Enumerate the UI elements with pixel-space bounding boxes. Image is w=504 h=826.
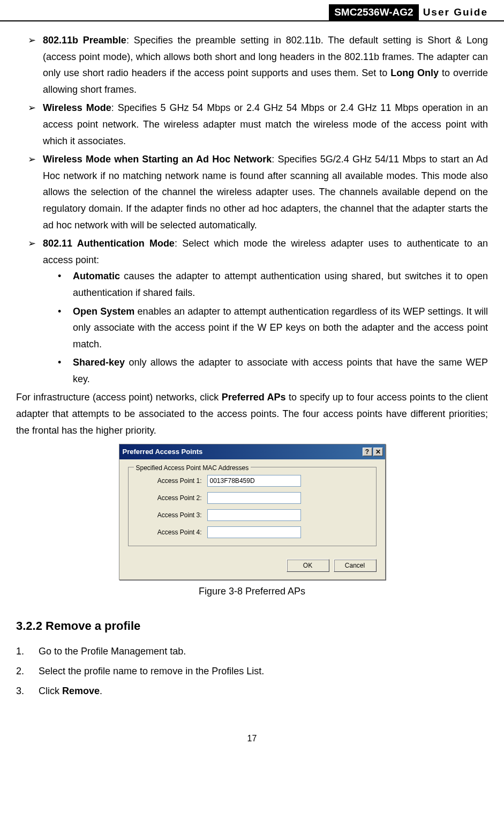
groupbox-label: Specified Access Point MAC Addresses	[134, 463, 251, 473]
paragraph-preferred-aps: For infrastructure (access point) networ…	[16, 389, 488, 438]
step-text-c: .	[100, 686, 102, 696]
sub-term: Automatic	[73, 271, 120, 281]
page-number: 17	[16, 731, 488, 746]
step-text: Select the profile name to remove in the…	[39, 666, 264, 676]
guide-title: User Guide	[419, 6, 488, 18]
bullet-text: : Specifies 5G/2.4 GHz 54/11 Mbps to sta…	[43, 154, 488, 230]
step-text-a: Click	[39, 686, 62, 696]
page-content: 802.11b Preamble: Specifies the preamble…	[0, 32, 504, 746]
titlebar-buttons: ? ✕	[363, 448, 383, 456]
bullet-adhoc: Wireless Mode when Starting an Ad Hoc Ne…	[28, 151, 488, 233]
cancel-button[interactable]: Cancel	[334, 559, 377, 572]
sub-text: enables an adapter to attempt authentica…	[73, 306, 488, 349]
para-bold: Preferred APs	[222, 392, 286, 403]
section-heading: 3.2.2 Remove a profile	[16, 616, 488, 636]
dialog-figure: Preferred Access Points ? ✕ Specified Ac…	[16, 444, 488, 580]
bullet-term: 802.11b Preamble	[43, 35, 126, 46]
bullet-wireless-mode: Wireless Mode: Specifies 5 GHz 54 Mbps o…	[28, 100, 488, 149]
figure-caption: Figure 3-8 Preferred APs	[16, 583, 488, 600]
ok-button[interactable]: OK	[287, 559, 329, 572]
page-header: SMC2536W-AG2 User Guide	[0, 0, 504, 21]
step-text: Go to the Profile Management tab.	[39, 646, 186, 657]
ap-row-2: Access Point 2:	[135, 492, 370, 504]
ap1-input[interactable]	[207, 475, 301, 487]
bullet-term: Wireless Mode when Starting an Ad Hoc Ne…	[43, 154, 272, 165]
ap-row-3: Access Point 3:	[135, 509, 370, 521]
close-button[interactable]: ✕	[373, 448, 383, 456]
sub-bullet-open: Open System enables an adapter to attemp…	[58, 303, 488, 353]
ap1-label: Access Point 1:	[135, 475, 207, 486]
ap-row-4: Access Point 4:	[135, 526, 370, 538]
step-3: Click Remove.	[16, 683, 488, 700]
sub-bullet-automatic: Automatic causes the adapter to attempt …	[58, 268, 488, 301]
dialog-button-row: OK Cancel	[119, 554, 385, 579]
remove-profile-steps: Go to the Profile Management tab. Select…	[16, 643, 488, 699]
sub-bullet-shared: Shared-key only allows the adapter to as…	[58, 354, 488, 387]
bullet-term-2: Long Only	[390, 68, 439, 78]
dialog-title: Preferred Access Points	[122, 446, 203, 458]
sub-text: causes the adapter to attempt authentica…	[73, 271, 488, 298]
ap-row-1: Access Point 1:	[135, 475, 370, 487]
ap3-label: Access Point 3:	[135, 510, 207, 520]
help-button[interactable]: ?	[363, 448, 372, 456]
ap4-label: Access Point 4:	[135, 527, 207, 538]
ap4-input[interactable]	[207, 526, 301, 538]
preferred-aps-dialog: Preferred Access Points ? ✕ Specified Ac…	[119, 444, 386, 580]
step-bold: Remove	[62, 686, 100, 696]
sub-term: Shared-key	[73, 357, 125, 368]
bullet-term: Wireless Mode	[43, 102, 111, 113]
para-text-a: For infrastructure (access point) networ…	[16, 392, 222, 403]
step-1: Go to the Profile Management tab.	[16, 643, 488, 660]
bullet-term: 802.11 Authentication Mode	[43, 238, 175, 249]
sub-bullet-list: Automatic causes the adapter to attempt …	[43, 268, 488, 387]
model-badge: SMC2536W-AG2	[329, 4, 418, 20]
dialog-body: Specified Access Point MAC Addresses Acc…	[119, 459, 385, 554]
bullet-preamble: 802.11b Preamble: Specifies the preamble…	[28, 32, 488, 98]
step-2: Select the profile name to remove in the…	[16, 663, 488, 680]
main-bullet-list: 802.11b Preamble: Specifies the preamble…	[16, 32, 488, 387]
mac-groupbox: Specified Access Point MAC Addresses Acc…	[128, 467, 377, 546]
dialog-titlebar[interactable]: Preferred Access Points ? ✕	[119, 444, 385, 459]
ap3-input[interactable]	[207, 509, 301, 521]
sub-text: only allows the adapter to associate wit…	[73, 357, 488, 384]
bullet-auth: 802.11 Authentication Mode: Select which…	[28, 235, 488, 387]
ap2-input[interactable]	[207, 492, 301, 504]
sub-term: Open System	[73, 306, 134, 317]
ap2-label: Access Point 2:	[135, 493, 207, 503]
